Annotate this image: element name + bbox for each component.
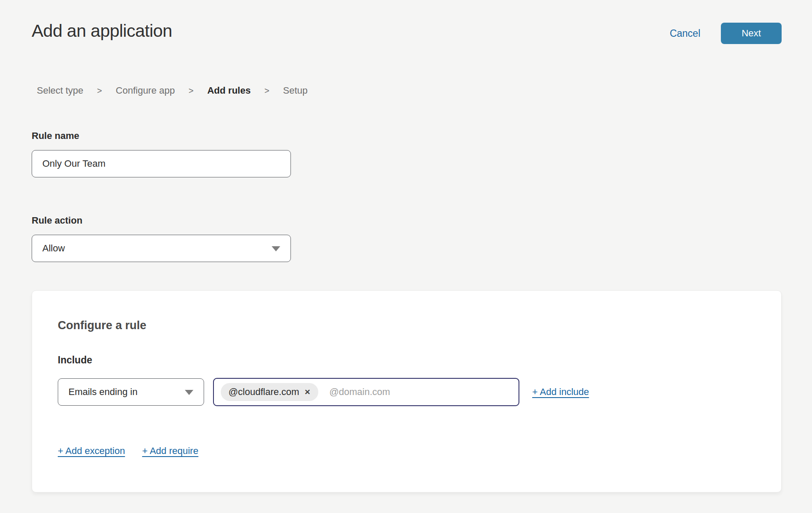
email-domain-tag-label: @cloudflare.com: [228, 386, 299, 398]
chevron-down-icon: [272, 246, 280, 251]
chevron-right-separator: >: [97, 86, 102, 96]
email-domain-tag: @cloudflare.com ✕: [221, 383, 318, 401]
page-header: Add an application Cancel Next: [0, 0, 812, 44]
breadcrumb-step-configure-app[interactable]: Configure app: [116, 85, 175, 96]
header-actions: Cancel Next: [670, 21, 782, 44]
include-criteria-selected-value: Emails ending in: [68, 386, 137, 398]
rule-action-selected-value: Allow: [42, 243, 65, 254]
breadcrumb: Select type > Configure app > Add rules …: [37, 85, 812, 96]
card-title: Configure a rule: [58, 319, 756, 332]
rule-action-label: Rule action: [32, 215, 812, 226]
cancel-button[interactable]: Cancel: [670, 28, 700, 39]
page-title: Add an application: [32, 21, 172, 41]
include-rule-row: Emails ending in @cloudflare.com ✕ @doma…: [58, 378, 756, 406]
rule-extra-links: + Add exception + Add require: [58, 445, 756, 457]
rule-name-input[interactable]: [32, 150, 291, 177]
include-label: Include: [58, 354, 756, 366]
breadcrumb-step-select-type[interactable]: Select type: [37, 85, 83, 96]
add-exception-link[interactable]: + Add exception: [58, 445, 125, 457]
breadcrumb-step-add-rules[interactable]: Add rules: [207, 85, 250, 96]
rule-action-select[interactable]: Allow: [32, 235, 291, 262]
add-application-page: Add an application Cancel Next Select ty…: [0, 0, 812, 513]
include-criteria-select[interactable]: Emails ending in: [58, 378, 204, 406]
email-domain-tag-input[interactable]: @cloudflare.com ✕ @domain.com: [213, 378, 519, 406]
next-button[interactable]: Next: [721, 23, 782, 44]
add-include-link[interactable]: + Add include: [532, 386, 589, 398]
chevron-right-separator: >: [189, 86, 194, 96]
add-require-link[interactable]: + Add require: [142, 445, 198, 457]
close-icon[interactable]: ✕: [304, 389, 310, 396]
email-domain-placeholder: @domain.com: [329, 386, 390, 398]
configure-rule-card: Configure a rule Include Emails ending i…: [32, 290, 782, 492]
rule-name-label: Rule name: [32, 130, 812, 142]
breadcrumb-step-setup[interactable]: Setup: [283, 85, 308, 96]
chevron-right-separator: >: [264, 86, 270, 96]
chevron-down-icon: [185, 390, 193, 395]
